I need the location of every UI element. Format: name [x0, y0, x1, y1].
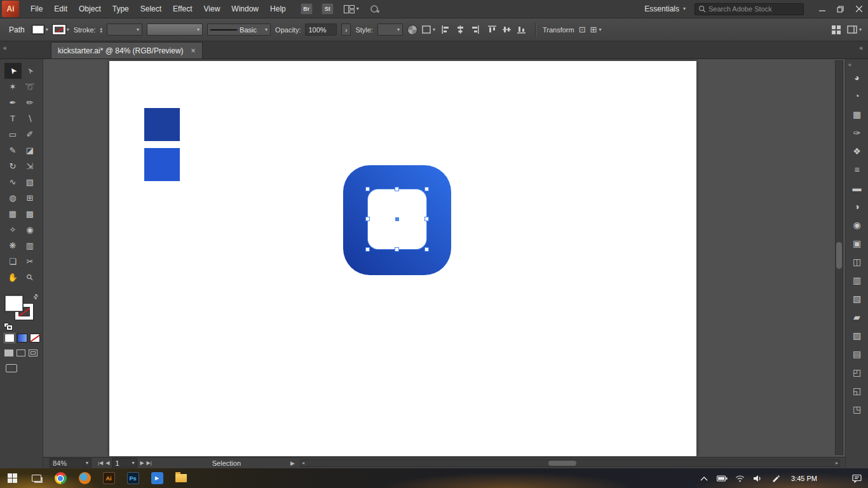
align-center-button[interactable]: [454, 24, 467, 36]
lasso-tool[interactable]: ➰: [22, 79, 39, 95]
draw-inside-button[interactable]: [29, 349, 37, 356]
start-button[interactable]: [0, 468, 24, 488]
artwork-square-dark-blue[interactable]: [144, 108, 180, 141]
rotate-tool[interactable]: ↻: [4, 158, 22, 174]
chevron-up-icon[interactable]: [698, 468, 710, 488]
illustrator-app-icon[interactable]: Ai: [2, 1, 19, 17]
blend-tool[interactable]: ◉: [22, 222, 39, 238]
pen-icon[interactable]: [770, 468, 781, 488]
menu-view[interactable]: View: [198, 0, 226, 18]
magic-wand-tool[interactable]: ✶: [4, 79, 22, 95]
photoshop-taskbar-icon[interactable]: Ps: [121, 468, 145, 488]
stroke-weight-label[interactable]: Stroke:: [74, 26, 96, 34]
isolate-object-button[interactable]: ⊡: [579, 25, 586, 34]
stroke-style-combo[interactable]: Basic ▾: [207, 24, 271, 36]
collapse-tools-icon[interactable]: «: [3, 44, 7, 51]
opacity-expand-button[interactable]: ›: [341, 24, 351, 36]
search-input[interactable]: [709, 5, 800, 13]
eraser-tool[interactable]: ◪: [22, 142, 39, 158]
menu-type[interactable]: Type: [107, 0, 135, 18]
illustrator-taskbar-icon[interactable]: Ai: [97, 468, 121, 488]
fill-color-picker[interactable]: ▾: [32, 25, 48, 34]
slice-tool[interactable]: ✂: [22, 254, 39, 269]
color-guide-panel[interactable]: ◔: [848, 86, 867, 105]
navigator-panel[interactable]: ◱: [848, 381, 867, 400]
draw-normal-button[interactable]: [4, 349, 13, 356]
expand-panels-icon[interactable]: «: [848, 62, 851, 68]
selection-handle[interactable]: [395, 187, 399, 191]
stock-search[interactable]: [695, 3, 804, 15]
gpu-performance-button[interactable]: [369, 4, 381, 13]
menu-window[interactable]: Window: [226, 0, 264, 18]
horizontal-scrollbar-thumb[interactable]: [548, 461, 576, 466]
align-bottom-button[interactable]: [515, 24, 528, 36]
transform-panel[interactable]: ▤: [848, 344, 867, 363]
symbols-panel[interactable]: ❖: [848, 142, 867, 160]
selection-handle[interactable]: [424, 217, 429, 221]
horizontal-scrollbar[interactable]: ◂ ▸: [300, 459, 840, 467]
recolor-artwork-icon[interactable]: [407, 25, 417, 35]
screen-mode-button[interactable]: [6, 364, 17, 372]
artboard-number-field[interactable]: 1 ▾: [112, 458, 137, 468]
opacity-label[interactable]: Opacity:: [275, 26, 301, 34]
volume-icon[interactable]: [752, 468, 763, 488]
stroke-weight-stepper[interactable]: ▴ ▾: [100, 27, 103, 33]
layers-panel[interactable]: ◫: [848, 252, 867, 271]
default-fill-stroke-icon[interactable]: [4, 323, 12, 330]
selection-handle[interactable]: [424, 247, 429, 252]
menu-file[interactable]: File: [25, 0, 48, 18]
color-button[interactable]: [4, 334, 15, 342]
tab-close-icon[interactable]: ×: [191, 46, 196, 55]
document-tab[interactable]: kickstarter.ai* @ 84% (RGB/Preview) ×: [51, 42, 203, 58]
scroll-left-icon[interactable]: ◂: [302, 460, 304, 466]
menu-edit[interactable]: Edit: [48, 0, 73, 18]
align-middle-button[interactable]: [501, 24, 513, 36]
artboard-tool[interactable]: ❏: [4, 254, 22, 269]
previous-artboard-button[interactable]: ◀: [105, 460, 109, 466]
dock-options-button[interactable]: ▾: [847, 25, 862, 34]
hand-tool[interactable]: ✋: [4, 269, 22, 285]
bridge-button[interactable]: Br: [301, 3, 313, 15]
swap-fill-stroke-icon[interactable]: ⇄: [31, 292, 40, 301]
rectangle-tool[interactable]: ▭: [4, 126, 22, 142]
align-top-button[interactable]: [486, 24, 499, 36]
menu-effect[interactable]: Effect: [167, 0, 198, 18]
direct-selection-tool[interactable]: ➢: [22, 63, 39, 79]
selection-handle[interactable]: [365, 247, 370, 252]
panel-grid-icon[interactable]: [832, 25, 841, 34]
width-tool[interactable]: ∿: [4, 174, 22, 190]
selection-handle[interactable]: [365, 217, 370, 221]
paintbrush-tool[interactable]: ✐: [22, 126, 39, 142]
menu-help[interactable]: Help: [264, 0, 292, 18]
perspective-grid-tool[interactable]: ⊞: [22, 190, 39, 206]
selected-white-rounded-square[interactable]: [368, 189, 426, 249]
network-icon[interactable]: [734, 468, 745, 488]
artwork-square-blue[interactable]: [144, 148, 180, 181]
style-combo[interactable]: ▾: [377, 24, 403, 36]
close-button[interactable]: [850, 0, 868, 18]
menu-object[interactable]: Object: [73, 0, 107, 18]
align-panel[interactable]: ▰: [848, 308, 867, 326]
select-similar-button[interactable]: ⊞▾: [590, 25, 602, 34]
scroll-right-icon[interactable]: ▸: [836, 460, 838, 466]
pathfinder-panel[interactable]: ▨: [848, 326, 867, 344]
stock-button[interactable]: St: [322, 3, 334, 15]
stroke-weight-combo[interactable]: ▾: [107, 24, 142, 36]
curvature-tool[interactable]: ✏: [22, 95, 39, 111]
eyedropper-tool[interactable]: ✧: [4, 222, 22, 238]
artboard[interactable]: [109, 61, 696, 456]
firefox-icon[interactable]: [72, 468, 97, 488]
width-profile-combo[interactable]: ▾: [147, 24, 203, 36]
next-artboard-button[interactable]: ▶: [140, 460, 144, 466]
gradient-panel[interactable]: ▬: [848, 179, 867, 197]
artboards-panel[interactable]: ▥: [848, 271, 867, 289]
document-setup-button[interactable]: ▾: [422, 25, 435, 34]
zoom-tool[interactable]: ⚲: [22, 269, 39, 285]
workspace-switcher[interactable]: Essentials ▾: [644, 4, 686, 13]
vertical-scrollbar[interactable]: [835, 60, 843, 455]
swatches-panel[interactable]: ▦: [848, 105, 867, 123]
first-artboard-button[interactable]: |◀: [98, 460, 103, 466]
color-panel[interactable]: ◕: [848, 68, 867, 86]
none-button[interactable]: [30, 334, 40, 342]
column-graph-tool[interactable]: ▥: [22, 238, 39, 254]
